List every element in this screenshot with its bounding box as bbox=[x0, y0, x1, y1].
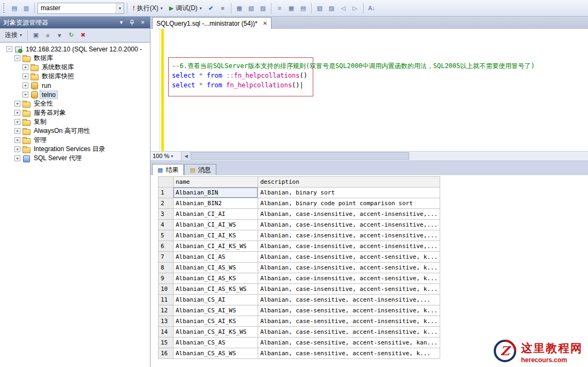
results-grid[interactable]: namedescription 1Albanian_BINAlbanian, b… bbox=[158, 176, 440, 359]
expand-expander-icon[interactable]: + bbox=[22, 64, 28, 70]
tree-item[interactable]: +AlwaysOn 高可用性 bbox=[0, 126, 150, 136]
expand-expander-icon[interactable]: + bbox=[14, 128, 20, 134]
row-number-cell[interactable]: 6 bbox=[159, 241, 174, 252]
cell-name[interactable]: Albanian_BIN2 bbox=[174, 198, 258, 209]
row-number-cell[interactable]: 4 bbox=[159, 220, 174, 230]
tree-item[interactable]: +run bbox=[0, 81, 150, 90]
cell-description[interactable]: Albanian, case-sensitive, accent-sensiti… bbox=[258, 348, 440, 359]
row-number-cell[interactable]: 14 bbox=[159, 327, 174, 338]
cell-description[interactable]: Albanian, case-insensitive, accent-sensi… bbox=[258, 284, 440, 295]
tree-item-label[interactable]: 服务器对象 bbox=[32, 108, 67, 117]
cell-name[interactable]: Albanian_CI_AS_WS bbox=[174, 263, 258, 273]
tree-item-label[interactable]: telno bbox=[40, 91, 57, 99]
connect-button[interactable]: 连接 ▾ bbox=[2, 29, 25, 41]
name-sort-icon[interactable]: A↓ bbox=[366, 3, 377, 13]
expand-expander-icon[interactable]: + bbox=[14, 146, 20, 152]
zoom-selector[interactable]: 100 % ▾ bbox=[150, 152, 182, 160]
row-number-cell[interactable]: 5 bbox=[159, 230, 174, 241]
estimated-plan-icon[interactable]: ▦ bbox=[234, 3, 245, 13]
results-to-text-icon[interactable]: ≡ bbox=[274, 3, 285, 13]
tree-item[interactable]: +服务器对象 bbox=[0, 108, 150, 117]
scrollbar-thumb[interactable] bbox=[191, 152, 409, 160]
cell-description[interactable]: Albanian, case-sensitive, accent-insensi… bbox=[258, 295, 440, 305]
cell-description[interactable]: Albanian, case-insensitive, accent-insen… bbox=[258, 241, 440, 252]
parse-query-icon[interactable]: ✔ bbox=[206, 3, 216, 13]
chevron-down-icon[interactable]: ▾ bbox=[161, 6, 163, 11]
cell-name[interactable]: Albanian_CS_AI_KS_WS bbox=[174, 327, 258, 338]
row-number-cell[interactable]: 8 bbox=[159, 263, 174, 273]
cell-name[interactable]: Albanian_CS_AI_KS bbox=[174, 316, 258, 327]
cell-name[interactable]: Albanian_BIN bbox=[174, 188, 258, 198]
tab-sqlquery1[interactable]: SQLQuery1.sql -...ministrator (54))* ✕ bbox=[152, 17, 272, 29]
row-number-cell[interactable]: 1 bbox=[159, 188, 174, 198]
execute-button[interactable]: ! 执行(X) ▾ bbox=[130, 2, 165, 14]
database-selector[interactable]: master ▾ bbox=[37, 3, 124, 14]
tree-item-label[interactable]: 192.168.232.10 (SQL Server 12.0.2000 - bbox=[24, 46, 144, 53]
object-tree[interactable]: −192.168.232.10 (SQL Server 12.0.2000 -−… bbox=[0, 42, 150, 367]
tree-item-label[interactable]: SQL Server 代理 bbox=[32, 154, 84, 163]
tree-item[interactable]: −数据库 bbox=[0, 54, 150, 63]
refresh-icon[interactable]: ↻ bbox=[66, 30, 77, 41]
column-header-name[interactable]: name bbox=[174, 177, 258, 188]
expand-expander-icon[interactable]: + bbox=[22, 73, 28, 79]
row-number-cell[interactable]: 10 bbox=[159, 284, 174, 295]
cell-description[interactable]: Albanian, binary sort bbox=[258, 188, 440, 198]
pin-icon[interactable] bbox=[128, 19, 136, 27]
cell-name[interactable]: Albanian_CS_AS_WS bbox=[174, 348, 258, 359]
uncomment-lines-icon[interactable]: ▨ bbox=[326, 3, 337, 13]
results-to-grid-icon[interactable]: ▦ bbox=[286, 3, 297, 13]
cell-description[interactable]: Albanian, case-insensitive, accent-insen… bbox=[258, 209, 440, 220]
cell-name[interactable]: Albanian_CS_AI bbox=[174, 295, 258, 305]
tree-item[interactable]: +Integration Services 目录 bbox=[0, 145, 150, 154]
filter-icon[interactable]: ▼ bbox=[54, 30, 65, 41]
results-to-file-icon[interactable]: ▤ bbox=[298, 3, 308, 13]
row-number-cell[interactable]: 9 bbox=[159, 273, 174, 284]
tree-item-label[interactable]: 安全性 bbox=[32, 99, 55, 108]
tree-item-label[interactable]: run bbox=[40, 82, 52, 89]
tree-item-label[interactable]: 数据库 bbox=[32, 54, 55, 63]
tree-item-label[interactable]: AlwaysOn 高可用性 bbox=[32, 126, 92, 136]
row-number-cell[interactable]: 7 bbox=[159, 252, 174, 263]
collapse-expander-icon[interactable]: − bbox=[6, 46, 12, 52]
tree-item-label[interactable]: 复制 bbox=[32, 117, 48, 126]
increase-indent-icon[interactable]: ▷ bbox=[350, 3, 360, 13]
tree-item-label[interactable]: 管理 bbox=[32, 136, 48, 145]
disconnect-icon[interactable]: ▣ bbox=[31, 30, 41, 41]
column-header-description[interactable]: description bbox=[258, 177, 440, 188]
chevron-down-icon[interactable]: ▾ bbox=[116, 3, 124, 13]
intellisense-icon[interactable]: ▨ bbox=[258, 3, 268, 13]
expand-expander-icon[interactable]: + bbox=[22, 83, 28, 88]
row-number-cell[interactable]: 15 bbox=[159, 338, 174, 348]
tree-item-label[interactable]: Integration Services 目录 bbox=[32, 145, 107, 154]
cell-name[interactable]: Albanian_CI_AS_KS bbox=[174, 273, 258, 284]
expand-expander-icon[interactable]: + bbox=[14, 137, 20, 143]
row-number-cell[interactable]: 13 bbox=[159, 316, 174, 327]
debug-button[interactable]: ▶ 调试(D) ▾ bbox=[167, 2, 205, 14]
close-icon[interactable]: ✕ bbox=[139, 19, 147, 27]
tree-item[interactable]: +安全性 bbox=[0, 99, 150, 108]
cell-name[interactable]: Albanian_CI_AS bbox=[174, 252, 258, 263]
cell-description[interactable]: Albanian, case-insensitive, accent-sensi… bbox=[258, 252, 440, 263]
cell-description[interactable]: Albanian, case-insensitive, accent-sensi… bbox=[258, 273, 440, 284]
cell-name[interactable]: Albanian_CI_AI bbox=[174, 209, 258, 220]
expand-expander-icon[interactable]: + bbox=[14, 110, 20, 116]
collapse-expander-icon[interactable]: − bbox=[14, 55, 20, 61]
comment-lines-icon[interactable]: ▧ bbox=[314, 3, 325, 13]
window-menu-icon[interactable]: ▼ bbox=[117, 19, 125, 27]
row-number-cell[interactable]: 11 bbox=[159, 295, 174, 305]
cell-name[interactable]: Albanian_CI_AS_KS_WS bbox=[174, 284, 258, 295]
cell-description[interactable]: Albanian, case-insensitive, accent-sensi… bbox=[258, 263, 440, 273]
toolbar-grip[interactable] bbox=[3, 3, 5, 13]
expand-expander-icon[interactable]: + bbox=[14, 155, 20, 161]
corner-cell[interactable] bbox=[159, 177, 174, 188]
cell-description[interactable]: Albanian, case-insensitive, accent-insen… bbox=[258, 230, 440, 241]
row-number-cell[interactable]: 16 bbox=[159, 348, 174, 359]
cell-description[interactable]: Albanian, case-insensitive, accent-insen… bbox=[258, 220, 440, 230]
tree-item[interactable]: +telno bbox=[0, 90, 150, 99]
delete-icon[interactable]: ✖ bbox=[78, 30, 88, 41]
scroll-left-icon[interactable]: ◀ bbox=[182, 152, 191, 160]
tree-item[interactable]: +复制 bbox=[0, 117, 150, 126]
object-explorer-header[interactable]: 对象资源管理器 ▼ ✕ bbox=[0, 17, 150, 28]
expand-expander-icon[interactable]: + bbox=[14, 119, 20, 125]
query-options-icon[interactable]: ▧ bbox=[246, 3, 257, 13]
